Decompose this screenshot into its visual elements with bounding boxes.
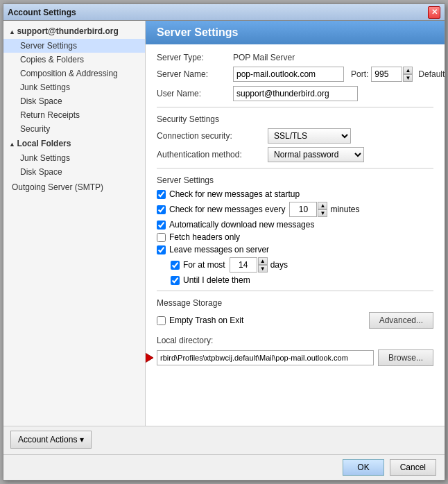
red-arrow-icon xyxy=(146,344,157,372)
auto-download-row: Automatically download new messages xyxy=(157,220,433,230)
auth-method-select[interactable]: Normal password Encrypted password Kerbe… xyxy=(268,147,364,162)
days-label: days xyxy=(270,260,288,270)
days-spinner[interactable]: ▲ ▼ xyxy=(258,257,268,273)
sidebar-item-outgoing[interactable]: Outgoing Server (SMTP) xyxy=(3,180,145,194)
server-name-label: Server Name: xyxy=(157,69,233,79)
close-button[interactable]: ✕ xyxy=(428,6,440,19)
panel-title: Server Settings xyxy=(157,26,433,39)
account-actions-label: Account Actions xyxy=(18,435,77,444)
check-startup-row: Check for new messages at startup xyxy=(157,189,433,199)
panel-header: Server Settings xyxy=(146,21,445,44)
connection-security-select[interactable]: SSL/TLS None STARTTLS xyxy=(268,128,351,144)
account-section: support@thunderbird.org xyxy=(3,24,145,39)
message-storage-title: Message Storage xyxy=(157,298,433,308)
auth-method-label: Authentication method: xyxy=(157,150,268,159)
auth-method-row: Authentication method: Normal password E… xyxy=(157,147,433,162)
user-name-row: User Name: xyxy=(157,86,433,101)
user-name-label: User Name: xyxy=(157,89,233,98)
window-title: Account Settings xyxy=(8,8,76,17)
check-interval-checkbox[interactable] xyxy=(157,205,166,214)
server-type-row: Server Type: POP Mail Server xyxy=(157,53,433,62)
port-input[interactable] xyxy=(371,67,402,82)
sidebar-item-server-settings[interactable]: Server Settings xyxy=(3,39,145,53)
server-settings-section-title: Server Settings xyxy=(157,175,433,185)
fetch-headers-checkbox[interactable] xyxy=(157,233,166,242)
check-startup-checkbox[interactable] xyxy=(157,190,166,199)
sidebar-item-local-disk[interactable]: Disk Space xyxy=(3,165,145,179)
check-interval-input[interactable] xyxy=(289,202,317,217)
sidebar-item-local-junk[interactable]: Junk Settings xyxy=(3,151,145,165)
connection-security-label: Connection security: xyxy=(157,131,268,141)
leave-on-server-row: Leave messages on server xyxy=(157,245,433,254)
sidebar-item-copies-folders[interactable]: Copies & Folders xyxy=(3,53,145,67)
server-type-label: Server Type: xyxy=(157,53,233,62)
default-label: Default: xyxy=(418,69,445,79)
empty-trash-row: Empty Trash on Exit Advanced... xyxy=(157,312,433,329)
titlebar: Account Settings ✕ xyxy=(3,4,445,21)
auto-download-label: Automatically download new messages xyxy=(169,220,314,230)
for-at-most-label: For at most xyxy=(183,260,225,270)
empty-trash-checkbox-row: Empty Trash on Exit xyxy=(157,316,243,325)
panel-body: Server Type: POP Mail Server Server Name… xyxy=(146,44,445,374)
interval-down[interactable]: ▼ xyxy=(318,209,327,217)
browse-button[interactable]: Browse... xyxy=(378,349,433,366)
days-up[interactable]: ▲ xyxy=(258,257,268,265)
auto-download-checkbox[interactable] xyxy=(157,221,166,230)
local-dir-label: Local directory: xyxy=(157,336,233,345)
arrow-indicator xyxy=(146,344,157,372)
port-spinner[interactable]: ▲ ▼ xyxy=(403,67,413,82)
sidebar-item-junk-settings[interactable]: Junk Settings xyxy=(3,80,145,94)
interval-up[interactable]: ▲ xyxy=(318,202,327,209)
server-type-value: POP Mail Server xyxy=(233,53,295,62)
account-settings-window: Account Settings ✕ support@thunderbird.o… xyxy=(3,3,445,481)
sidebar: support@thunderbird.org Server Settings … xyxy=(3,21,146,426)
svg-marker-0 xyxy=(146,347,153,368)
server-name-row: Server Name: Port: ▲ ▼ Default: 995 xyxy=(157,67,433,82)
days-down[interactable]: ▼ xyxy=(258,265,268,273)
fetch-headers-row: Fetch headers only xyxy=(157,232,433,242)
check-startup-label: Check for new messages at startup xyxy=(169,189,300,199)
cancel-button[interactable]: Cancel xyxy=(390,459,436,476)
sidebar-item-disk-space[interactable]: Disk Space xyxy=(3,94,145,108)
sidebar-item-return-receipts[interactable]: Return Receipts xyxy=(3,108,145,122)
port-down[interactable]: ▼ xyxy=(403,74,413,82)
interval-spinner[interactable]: ▲ ▼ xyxy=(318,202,327,217)
fetch-headers-label: Fetch headers only xyxy=(169,232,240,242)
check-interval-row: Check for new messages every ▲ ▼ minutes xyxy=(157,202,433,217)
leave-on-server-checkbox[interactable] xyxy=(157,245,166,254)
minutes-label: minutes xyxy=(330,205,359,214)
user-name-input[interactable] xyxy=(233,86,358,101)
for-at-most-input[interactable] xyxy=(230,257,257,273)
until-delete-label: Until I delete them xyxy=(183,275,250,285)
server-name-input[interactable] xyxy=(233,67,344,82)
security-settings-title: Security Settings xyxy=(157,114,433,124)
empty-trash-label: Empty Trash on Exit xyxy=(169,316,243,325)
main-panel: Server Settings Server Type: POP Mail Se… xyxy=(146,21,445,426)
dialog-footer: OK Cancel xyxy=(3,454,445,480)
empty-trash-checkbox[interactable] xyxy=(157,316,166,325)
account-actions-arrow: ▾ xyxy=(80,435,84,444)
port-label: Port: xyxy=(351,69,368,79)
bottom-bar: Account Actions ▾ xyxy=(3,426,445,454)
account-actions-button[interactable]: Account Actions ▾ xyxy=(10,431,92,449)
sidebar-item-security[interactable]: Security xyxy=(3,122,145,136)
leave-on-server-label: Leave messages on server xyxy=(169,245,269,254)
local-dir-input[interactable] xyxy=(157,350,374,365)
local-dir-area: Browse... xyxy=(157,349,433,366)
ok-button[interactable]: OK xyxy=(343,459,384,476)
port-up[interactable]: ▲ xyxy=(403,67,413,74)
until-delete-checkbox[interactable] xyxy=(171,276,180,285)
check-interval-label: Check for new messages every xyxy=(169,205,285,214)
sidebar-item-composition[interactable]: Composition & Addressing xyxy=(3,67,145,80)
local-folders-section: Local Folders xyxy=(3,136,145,151)
advanced-button[interactable]: Advanced... xyxy=(369,312,433,329)
for-at-most-checkbox[interactable] xyxy=(171,261,180,270)
until-delete-row: Until I delete them xyxy=(157,275,433,285)
for-at-most-row: For at most ▲ ▼ days xyxy=(157,257,433,273)
content-area: support@thunderbird.org Server Settings … xyxy=(3,21,445,426)
connection-security-row: Connection security: SSL/TLS None STARTT… xyxy=(157,128,433,144)
local-dir-row: Local directory: xyxy=(157,336,433,345)
